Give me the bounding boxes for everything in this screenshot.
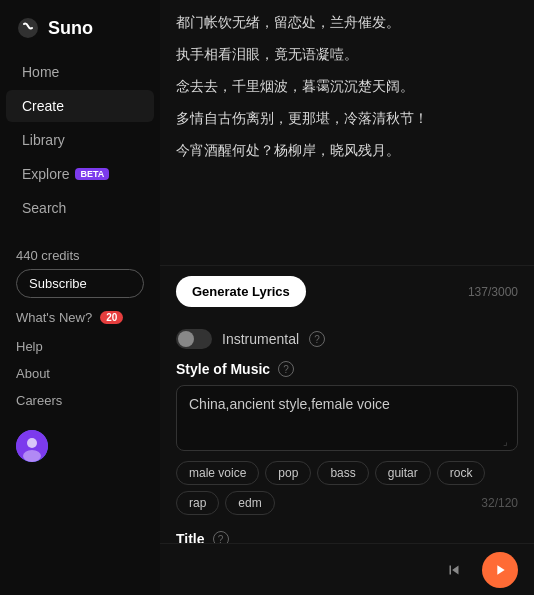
lyrics-line-1: 都门帐饮无绪，留恋处，兰舟催发。 — [176, 8, 518, 36]
generate-lyrics-button[interactable]: Generate Lyrics — [176, 276, 306, 307]
logo-text: Suno — [48, 18, 93, 39]
lyrics-line-3: 念去去，千里烟波，暮霭沉沉楚天阔。 — [176, 72, 518, 100]
play-button[interactable] — [482, 552, 518, 588]
sidebar-item-explore[interactable]: Explore BETA — [6, 158, 154, 190]
style-input[interactable] — [189, 396, 505, 436]
lyrics-text: 都门帐饮无绪，留恋处，兰舟催发。 执手相看泪眼，竟无语凝噎。 念去去，千里烟波，… — [176, 8, 518, 164]
instrumental-label: Instrumental — [222, 331, 299, 347]
svg-point-0 — [18, 18, 38, 38]
style-textarea-wrapper: ⌟ — [176, 385, 518, 451]
tag-male-voice[interactable]: male voice — [176, 461, 259, 485]
resize-handle-icon: ⌟ — [503, 436, 513, 446]
tags-row: male voice pop bass guitar rock rap edm … — [176, 461, 518, 515]
svg-point-2 — [27, 438, 37, 448]
lyrics-line-4: 多情自古伤离别，更那堪，冷落清秋节！ — [176, 104, 518, 132]
lyrics-line-2: 执手相看泪眼，竟无语凝噎。 — [176, 40, 518, 68]
avatar — [16, 430, 48, 462]
sidebar-item-careers[interactable]: Careers — [0, 387, 160, 414]
player-bar — [160, 543, 534, 595]
lyrics-char-count: 137/3000 — [468, 285, 518, 299]
whats-new-badge: 20 — [100, 311, 123, 324]
tag-rap[interactable]: rap — [176, 491, 219, 515]
tag-bass[interactable]: bass — [317, 461, 368, 485]
skip-back-button[interactable] — [436, 552, 472, 588]
instrumental-help-icon[interactable]: ? — [309, 331, 325, 347]
toggle-thumb — [178, 331, 194, 347]
sidebar-item-search[interactable]: Search — [6, 192, 154, 224]
tag-pop[interactable]: pop — [265, 461, 311, 485]
tag-guitar[interactable]: guitar — [375, 461, 431, 485]
generate-row: Generate Lyrics 137/3000 — [160, 265, 534, 317]
lyrics-line-5: 今宵酒醒何处？杨柳岸，晓风残月。 — [176, 136, 518, 164]
style-label: Style of Music — [176, 361, 270, 377]
sidebar-nav: Home Create Library Explore BETA Search — [0, 56, 160, 224]
instrumental-row: Instrumental ? — [160, 317, 534, 361]
style-help-icon[interactable]: ? — [278, 361, 294, 377]
whats-new-item[interactable]: What's New? 20 — [0, 302, 160, 333]
suno-logo-icon — [16, 16, 40, 40]
sidebar-item-help[interactable]: Help — [0, 333, 160, 360]
style-section: Style of Music ? ⌟ male voice pop bass g… — [160, 361, 534, 523]
instrumental-toggle[interactable] — [176, 329, 212, 349]
credits-display: 440 credits — [0, 248, 160, 263]
main-content: 都门帐饮无绪，留恋处，兰舟催发。 执手相看泪眼，竟无语凝噎。 念去去，千里烟波，… — [160, 0, 534, 595]
sidebar-item-create[interactable]: Create — [6, 90, 154, 122]
style-char-count: 32/120 — [481, 496, 518, 510]
play-icon — [492, 562, 508, 578]
sidebar-item-library[interactable]: Library — [6, 124, 154, 156]
sidebar-item-about[interactable]: About — [0, 360, 160, 387]
tag-edm[interactable]: edm — [225, 491, 274, 515]
svg-point-3 — [23, 450, 41, 462]
skip-back-icon — [445, 561, 463, 579]
subscribe-button[interactable]: Subscribe — [16, 269, 144, 298]
sidebar-item-home[interactable]: Home — [6, 56, 154, 88]
user-avatar-row[interactable] — [0, 422, 160, 470]
lyrics-area[interactable]: 都门帐饮无绪，留恋处，兰舟催发。 执手相看泪眼，竟无语凝噎。 念去去，千里烟波，… — [160, 0, 534, 265]
tag-rock[interactable]: rock — [437, 461, 486, 485]
sidebar: Suno Home Create Library Explore BETA Se… — [0, 0, 160, 595]
logo: Suno — [0, 16, 160, 56]
beta-badge: BETA — [75, 168, 109, 180]
